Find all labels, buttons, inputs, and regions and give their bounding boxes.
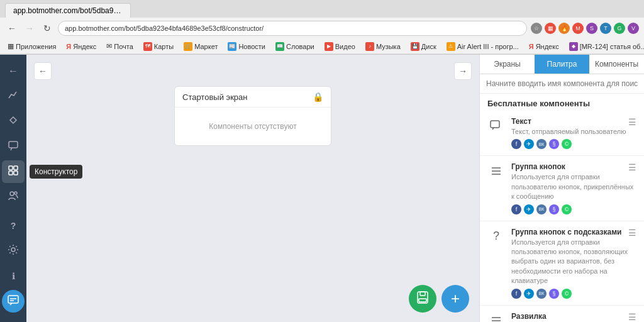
component-button-group-icon xyxy=(487,162,505,180)
sidebar-settings-button[interactable] xyxy=(2,240,25,262)
main-canvas: ← → Стартовый экран 🔒 Компоненты отсутст… xyxy=(26,55,479,322)
platform-viber2: § xyxy=(549,204,559,214)
screen-card: Стартовый экран 🔒 Компоненты отсутствуют xyxy=(174,86,331,146)
browser-chrome: app.botmother.com/bot/5dba923e4bfa4689e3… xyxy=(0,0,644,55)
bookmark-news[interactable]: 📰 Новости xyxy=(225,41,268,52)
news-icon: 📰 xyxy=(228,42,236,51)
component-fork-header: Развилка ☰ xyxy=(511,312,636,322)
market-label: Маркет xyxy=(194,43,218,50)
info-icon: ℹ xyxy=(12,271,15,281)
ext-2: 🔥 xyxy=(558,23,570,34)
refresh-button[interactable]: ↻ xyxy=(40,21,54,35)
address-bar[interactable]: app.botmother.com/bot/5dba923e4bfa4689e3… xyxy=(58,21,527,36)
svg-rect-2 xyxy=(14,166,18,170)
forward-button[interactable]: → xyxy=(23,21,36,35)
svg-point-6 xyxy=(14,192,17,194)
component-button-group-item[interactable]: Группа кнопок ☰ Используется для отправк… xyxy=(480,156,644,221)
tab-screens[interactable]: Экраны xyxy=(480,55,535,74)
screen-empty-text: Компоненты отсутствуют xyxy=(209,122,296,131)
component-text-platforms: f ✈ ВК § © xyxy=(511,139,636,149)
add-component-button[interactable]: + xyxy=(441,285,469,313)
component-hints-item[interactable]: ? Группа кнопок с подсказками ☰ Использу… xyxy=(480,221,644,306)
ext-6: G xyxy=(614,23,625,34)
component-fork-name: Развилка xyxy=(511,312,547,321)
component-hints-platforms: f ✈ ВК § © xyxy=(511,289,636,299)
sidebar-constructor-button[interactable]: Конструктор xyxy=(2,160,25,183)
bookmark-maps[interactable]: 🗺 Карты xyxy=(141,41,176,52)
disk-label: Диск xyxy=(421,43,436,50)
component-fork-menu-icon[interactable]: ☰ xyxy=(628,312,636,322)
sidebar-broadcast-button[interactable] xyxy=(2,110,25,133)
music-label: Музыка xyxy=(376,43,401,50)
bookmark-apps[interactable]: ▦ Приложения xyxy=(5,41,58,52)
component-fork-item[interactable]: Развилка ☰ 👁 ≡ ▷ xyxy=(480,306,644,322)
bookmark-market[interactable]: 🛒 Маркет xyxy=(181,41,220,52)
svg-point-7 xyxy=(11,248,15,252)
screen-title: Стартовый экран xyxy=(182,92,248,102)
yandex2-icon: Я xyxy=(529,43,534,50)
component-text-menu-icon[interactable]: ☰ xyxy=(628,117,636,127)
bookmark-mail[interactable]: ✉ Почта xyxy=(104,41,136,52)
bookmarks-bar: ▦ Приложения Я Яндекс ✉ Почта 🗺 Карты 🛒 … xyxy=(0,39,644,54)
sidebar-users-button[interactable] xyxy=(2,186,25,208)
app-container: ← Конструктор xyxy=(0,55,644,322)
market-icon: 🛒 xyxy=(184,42,192,51)
sidebar-help-button[interactable]: ? xyxy=(2,214,25,237)
platform-tg2: ✈ xyxy=(524,204,534,214)
mail-label: Почта xyxy=(114,43,133,50)
canvas-forward-button[interactable]: → xyxy=(454,62,472,80)
platform-fb3: f xyxy=(511,289,521,299)
airalert-label: Air Alert III - прогр... xyxy=(457,43,519,50)
bookmark-airalert[interactable]: ⚠ Air Alert III - прогр... xyxy=(444,41,521,52)
svg-rect-3 xyxy=(9,171,13,175)
svg-rect-0 xyxy=(9,142,18,148)
sidebar: ← Конструктор xyxy=(0,55,26,322)
sidebar-analytics-button[interactable] xyxy=(2,85,25,108)
screen-card-header: Стартовый экран 🔒 xyxy=(175,87,331,108)
mail-icon: ✉ xyxy=(106,42,112,50)
browser-tab[interactable]: app.botmother.com/bot/5dba923e4bfa4689e3… xyxy=(5,3,131,18)
bookmark-dict[interactable]: 📖 Словари xyxy=(273,41,317,52)
component-text-header: Текст ☰ xyxy=(511,117,636,127)
component-button-group-header: Группа кнопок ☰ xyxy=(511,162,636,172)
sidebar-back-button[interactable]: ← xyxy=(2,60,25,82)
save-button[interactable] xyxy=(409,285,436,313)
sidebar-messages-button[interactable] xyxy=(2,135,25,158)
component-button-group-menu-icon[interactable]: ☰ xyxy=(628,162,636,172)
bookmark-video[interactable]: ▶ Видео xyxy=(322,41,358,52)
browser-toolbar: ← → ↻ app.botmother.com/bot/5dba923e4bfa… xyxy=(0,18,644,39)
bookmark-mr124[interactable]: ◆ [MR-124] статья об... xyxy=(567,41,644,52)
platform-wa: © xyxy=(562,139,572,149)
news-label: Новости xyxy=(238,43,265,50)
ext-1: ▦ xyxy=(545,23,556,34)
svg-point-5 xyxy=(10,192,14,196)
component-button-group-info: Группа кнопок ☰ Используется для отправк… xyxy=(511,162,636,214)
right-panel-tabs: Экраны Палитра Компоненты xyxy=(480,55,644,74)
section-free-title: Бесплатные компоненты xyxy=(480,94,644,111)
platform-viber3: § xyxy=(549,289,559,299)
svg-rect-12 xyxy=(420,292,425,296)
lock-icon: 🔒 xyxy=(313,92,323,102)
component-text-item[interactable]: Текст ☰ Текст, отправляемый пользователю… xyxy=(480,111,644,156)
component-search-input[interactable] xyxy=(480,74,644,94)
component-fork-icon xyxy=(487,312,505,322)
bookmark-yandex2[interactable]: Я Яндекс xyxy=(526,42,562,52)
address-text: app.botmother.com/bot/5dba923e4bfa4689e3… xyxy=(65,25,264,32)
settings-icon xyxy=(8,244,19,258)
component-hints-name: Группа кнопок с подсказками xyxy=(511,228,621,236)
chat-support-button[interactable] xyxy=(2,290,25,313)
yandex-label: Яндекс xyxy=(73,43,96,50)
bottom-toolbar: + xyxy=(409,285,469,313)
users-icon xyxy=(8,190,19,204)
component-fork-info: Развилка ☰ 👁 ≡ ▷ xyxy=(511,312,636,322)
bookmark-music[interactable]: ♪ Музыка xyxy=(363,41,403,52)
bookmark-yandex[interactable]: Я Яндекс xyxy=(64,42,99,52)
component-hints-menu-icon[interactable]: ☰ xyxy=(628,228,636,238)
back-button[interactable]: ← xyxy=(5,21,19,35)
save-icon xyxy=(416,291,430,308)
sidebar-info-button[interactable]: ℹ xyxy=(2,265,25,287)
canvas-back-button[interactable]: ← xyxy=(34,62,52,80)
tab-components[interactable]: Компоненты xyxy=(589,55,644,74)
tab-palette[interactable]: Палитра xyxy=(535,55,589,74)
bookmark-disk[interactable]: 💾 Диск xyxy=(408,41,439,52)
